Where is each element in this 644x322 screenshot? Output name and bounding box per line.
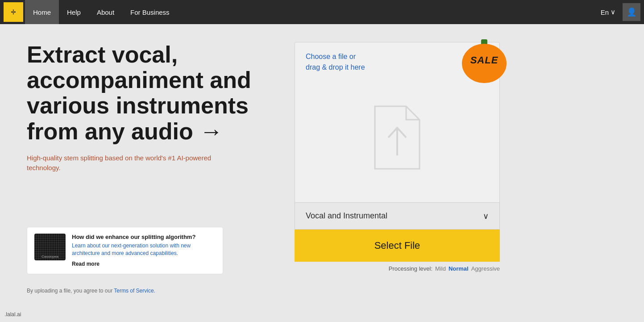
- footer-domain: .lalal.ai: [4, 311, 21, 318]
- processing-level: Processing level: Mild Normal Aggressive: [295, 262, 500, 276]
- promo-card: Cassiopea How did we enhance our splitti…: [27, 227, 223, 275]
- language-selector[interactable]: En ∨: [595, 5, 621, 19]
- logo-icon: ÷: [11, 7, 16, 17]
- promo-card-text: How did we enhance our splitting algorit…: [72, 234, 216, 268]
- terms-prefix: By uploading a file, you agree to our: [27, 288, 114, 294]
- thumb-label: Cassiopea: [42, 255, 58, 259]
- select-file-label: Select File: [374, 240, 420, 251]
- nav-right: En ∨ 👤: [595, 3, 640, 21]
- stem-type-dropdown[interactable]: Vocal and Instrumental ∨: [295, 203, 500, 230]
- promo-card-description: Learn about our next-generation solution…: [72, 242, 216, 257]
- promo-card-title: How did we enhance our splitting algorit…: [72, 234, 216, 240]
- language-label: En: [601, 8, 609, 16]
- sale-text: SALE: [460, 54, 509, 66]
- nav-help[interactable]: Help: [59, 0, 89, 24]
- lang-chevron-icon: ∨: [611, 8, 615, 16]
- chevron-down-icon: ∨: [483, 211, 489, 221]
- terms-text: By uploading a file, you agree to our Te…: [27, 288, 277, 294]
- upload-hint-connector: or: [347, 53, 356, 60]
- left-panel: Extract vocal, accompaniment and various…: [27, 42, 277, 304]
- upload-hint-choose: Choose a file: [306, 53, 347, 60]
- processing-mild[interactable]: Mild: [435, 265, 446, 272]
- upload-arrow-area: [306, 82, 489, 193]
- navbar: ÷ Home Help About For Business En ∨ 👤: [0, 0, 644, 24]
- processing-aggressive[interactable]: Aggressive: [471, 265, 500, 272]
- user-icon: 👤: [627, 7, 636, 17]
- upload-hint-drag: drag & drop it here: [306, 63, 365, 71]
- headline-line3: various instruments: [27, 92, 249, 118]
- terms-of-service-link[interactable]: Terms of Service.: [114, 288, 155, 294]
- subtitle: High-quality stem splitting based on the…: [27, 153, 214, 173]
- read-more-link[interactable]: Read more: [72, 261, 100, 267]
- dropdown-selected-label: Vocal and Instrumental: [306, 211, 387, 221]
- headline-line1: Extract vocal,: [27, 42, 178, 67]
- upload-arrow-icon: [370, 102, 424, 173]
- pumpkin-decoration: SALE: [460, 38, 509, 87]
- right-panel: SALE Choose a file or drag & drop it her…: [295, 42, 500, 304]
- sale-badge: SALE: [460, 38, 509, 87]
- nav-home[interactable]: Home: [25, 0, 59, 24]
- headline-line4: from any audio →: [27, 118, 223, 144]
- headline-line2: accompaniment and: [27, 67, 251, 93]
- main-content: Extract vocal, accompaniment and various…: [0, 24, 644, 322]
- user-account-button[interactable]: 👤: [623, 3, 640, 21]
- nav-about[interactable]: About: [89, 0, 122, 24]
- nav-links: Home Help About For Business: [25, 0, 178, 24]
- logo[interactable]: ÷: [4, 2, 23, 22]
- processing-level-prefix: Processing level:: [389, 265, 432, 272]
- headline: Extract vocal, accompaniment and various…: [27, 42, 277, 144]
- processing-normal[interactable]: Normal: [449, 265, 469, 272]
- nav-for-business[interactable]: For Business: [122, 0, 178, 24]
- select-file-button[interactable]: Select File: [295, 230, 500, 262]
- upload-hint: Choose a file or drag & drop it here: [306, 51, 365, 73]
- promo-thumbnail: Cassiopea: [34, 234, 66, 260]
